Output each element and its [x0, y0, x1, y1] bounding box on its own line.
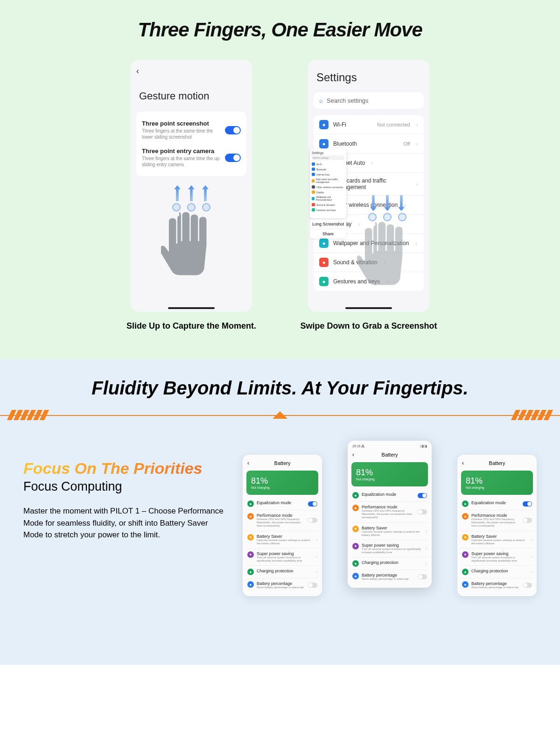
settings-item[interactable]: ● Wi-Fi Not connected ›: [314, 115, 424, 134]
battery-row[interactable]: ● Super power savingTurn off several sys…: [246, 549, 318, 566]
toggle-screenshot[interactable]: [225, 126, 241, 134]
battery-row[interactable]: ● Performance modeIncrease CPU and GPU f…: [351, 502, 428, 523]
battery-row[interactable]: ● Performance modeIncrease CPU and GPU f…: [461, 510, 533, 531]
action-long-screenshot[interactable]: Long Screenshot: [310, 219, 346, 229]
toggle[interactable]: [308, 583, 317, 588]
row-icon: ●: [247, 551, 254, 558]
row-icon: ●: [462, 569, 469, 575]
section1-title: Three Fingers, One Easier Move: [0, 19, 560, 41]
toggle[interactable]: [523, 518, 532, 523]
battery-phone-right: ‹Battery81%Not charging ● Equalization m…: [457, 455, 537, 596]
focus-body: Master the moment with PILOT 1 – Choose …: [23, 505, 229, 541]
toggle[interactable]: [418, 509, 427, 514]
phone-settings: Settings ⌕ Search settings ● Wi-Fi Not c…: [294, 60, 443, 331]
chevron-right-icon: ›: [316, 570, 317, 574]
settings-item-icon: ●: [319, 139, 329, 148]
battery-row[interactable]: ● Battery percentageShow battery percent…: [351, 570, 428, 584]
chevron-right-icon: ›: [531, 537, 532, 542]
settings-item-label: Bluetooth: [333, 141, 357, 147]
caption-swipe-down: Swipe Down to Grab a Screenshot: [300, 321, 437, 331]
battery-row[interactable]: ● Equalization mode: [351, 489, 428, 502]
status-time: 20:18 ⁂: [352, 444, 364, 448]
chevron-right-icon: ›: [426, 529, 427, 534]
settings-item-icon: ●: [319, 258, 329, 267]
chevron-right-icon: ›: [371, 161, 373, 166]
search-input[interactable]: ⌕ Search settings: [314, 92, 424, 109]
battery-row[interactable]: ● Battery percentageShow battery percent…: [246, 578, 318, 592]
focus-title: Focus On The Priorities: [23, 459, 229, 478]
section-fluidity: Fluidity Beyond Limits. At Your Fingerti…: [0, 359, 560, 665]
row-icon: ●: [462, 513, 469, 520]
gesture-title: Gesture motion: [139, 90, 246, 102]
row-icon: ●: [352, 526, 359, 532]
battery-row[interactable]: ● Charging protection ›: [461, 566, 533, 578]
row-icon: ●: [247, 513, 254, 520]
gesture-hand-down: [355, 195, 420, 293]
chevron-right-icon: ›: [531, 570, 532, 574]
row-icon: ●: [352, 492, 359, 499]
section-gestures: Three Fingers, One Easier Move ‹ Gesture…: [0, 0, 560, 359]
toggle[interactable]: [523, 501, 532, 507]
home-indicator: [168, 307, 215, 309]
battery-card: 81%Not charging: [246, 471, 318, 495]
battery-row[interactable]: ● Performance modeIncrease CPU and GPU f…: [246, 510, 318, 531]
chevron-right-icon: ›: [316, 537, 317, 542]
battery-card: 81%Not charging: [461, 471, 533, 495]
row-icon: ●: [247, 534, 254, 541]
toggle[interactable]: [308, 518, 317, 523]
battery-row[interactable]: ● Super power savingTurn off several sys…: [351, 540, 428, 557]
row-icon: ●: [247, 581, 254, 588]
gesture-item-screenshot[interactable]: Three point screenshot Three fingers at …: [142, 116, 241, 144]
section2-title: Fluidity Beyond Limits. At Your Fingerti…: [0, 378, 560, 399]
battery-row[interactable]: ● Battery SaverOptimize several system s…: [461, 531, 533, 549]
row-icon: ●: [462, 534, 469, 541]
chevron-right-icon: ›: [426, 561, 427, 566]
row-icon: ●: [247, 569, 254, 575]
toggle[interactable]: [523, 583, 532, 588]
gesture-item-camera[interactable]: Three point entry camera Three fingers a…: [142, 144, 241, 171]
back-icon[interactable]: ‹: [462, 460, 464, 466]
back-icon[interactable]: ‹: [136, 66, 246, 76]
battery-row[interactable]: ● Equalization mode: [461, 498, 533, 510]
settings-item-icon: ●: [319, 120, 329, 129]
chevron-up-icon: [273, 411, 287, 419]
home-indicator: [345, 307, 392, 309]
toggle[interactable]: [418, 493, 427, 498]
settings-item-value: Off: [403, 141, 410, 147]
battery-header: Battery: [489, 460, 505, 466]
toggle-camera[interactable]: [225, 154, 241, 162]
row-icon: ●: [462, 581, 469, 588]
battery-phones: ‹Battery81%Not charging ● Equalization m…: [243, 441, 537, 637]
battery-row[interactable]: ● Battery SaverOptimize several system s…: [351, 523, 428, 540]
row-icon: ●: [352, 560, 359, 567]
settings-item-value: Not connected: [377, 122, 410, 127]
battery-row[interactable]: ● Charging protection ›: [351, 557, 428, 570]
back-icon[interactable]: ‹: [247, 460, 249, 466]
back-icon[interactable]: ‹: [352, 451, 354, 458]
screenshot-actions: Long Screenshot Share: [310, 219, 346, 239]
chevron-right-icon: ›: [417, 182, 418, 187]
chevron-right-icon: ›: [316, 555, 317, 559]
battery-row[interactable]: ● Super power savingTurn off several sys…: [461, 549, 533, 566]
caption-slide-up: Slide Up to Capture the Moment.: [126, 321, 256, 331]
row-icon: ●: [462, 551, 469, 558]
battery-row[interactable]: ● Battery percentageShow battery percent…: [461, 578, 533, 592]
phone-gesture-motion: ‹ Gesture motion Three point screenshot …: [117, 60, 266, 331]
chevron-right-icon: ›: [426, 546, 427, 551]
status-icons: ▯◧▮: [420, 444, 427, 448]
screenshot-preview: Settings Search settings Wi-FiBluetoothI…: [310, 148, 346, 218]
battery-percent: 81%: [251, 476, 314, 486]
battery-phone-left: ‹Battery81%Not charging ● Equalization m…: [243, 455, 322, 596]
battery-row[interactable]: ● Equalization mode: [246, 498, 318, 510]
battery-row[interactable]: ● Charging protection ›: [246, 566, 318, 578]
row-icon: ●: [462, 500, 469, 507]
hand-icon: [357, 218, 418, 293]
toggle[interactable]: [418, 574, 427, 579]
hand-icon: [161, 209, 222, 283]
battery-percent: 81%: [356, 468, 423, 478]
action-share[interactable]: Share: [310, 229, 346, 239]
battery-row[interactable]: ● Battery SaverOptimize several system s…: [246, 531, 318, 549]
toggle[interactable]: [308, 501, 317, 507]
row-icon: ●: [352, 505, 359, 511]
chevron-right-icon: ›: [531, 555, 532, 559]
